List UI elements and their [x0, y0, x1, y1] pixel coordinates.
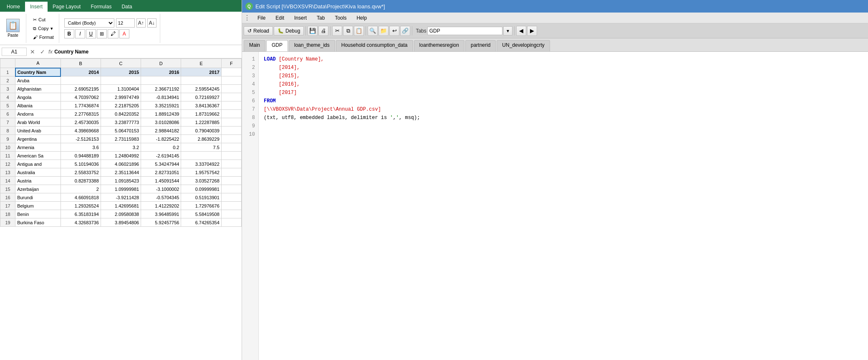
cell-a[interactable]: Arab World	[15, 118, 61, 127]
font-size-increase[interactable]: A↑	[136, 18, 146, 28]
cell-c[interactable]: 2.73115983	[101, 135, 141, 143]
cell-c[interactable]: 2.35113644	[101, 168, 141, 177]
cell-a[interactable]: Benin	[15, 210, 61, 218]
cell-f[interactable]	[221, 143, 241, 152]
cell-f[interactable]	[221, 68, 241, 76]
cell-d[interactable]: 5.92457756	[141, 218, 181, 227]
cell-c[interactable]: 1.42695681	[101, 202, 141, 210]
cell-a[interactable]: Albania	[15, 101, 61, 110]
qlik-tab-loanthemesregion[interactable]: loanthemesregion	[414, 40, 464, 51]
cell-a[interactable]: Azerbaijan	[15, 185, 61, 193]
tab-home[interactable]: Home	[2, 2, 25, 12]
cell-f[interactable]	[221, 127, 241, 135]
cell-c[interactable]: 5.06470153	[101, 127, 141, 135]
cell-a[interactable]: Australia	[15, 168, 61, 177]
cell-b[interactable]: 1.77436874	[61, 101, 101, 110]
cell-e[interactable]: 3.84136367	[181, 101, 221, 110]
cell-e[interactable]: 3.03527268	[181, 177, 221, 185]
menu-insert[interactable]: Insert	[290, 13, 311, 23]
cell-d[interactable]: -2.6194145	[141, 152, 181, 160]
script-editor[interactable]: 12345678910 LOAD [Country Name], [2014],…	[242, 52, 868, 360]
nav-left-btn[interactable]: ◀	[516, 26, 526, 36]
cell-f[interactable]	[221, 185, 241, 193]
cell-f[interactable]	[221, 218, 241, 227]
cell-d[interactable]: 2.82731051	[141, 168, 181, 177]
cell-d[interactable]: 2016	[141, 68, 181, 76]
cell-d[interactable]: -3.1000002	[141, 185, 181, 193]
cell-c[interactable]: 2.99974749	[101, 93, 141, 101]
cell-c[interactable]: 2.09580838	[101, 210, 141, 218]
menu-tab[interactable]: Tab	[312, 13, 329, 23]
cell-f[interactable]	[221, 168, 241, 177]
cell-e[interactable]: 1.72976676	[181, 202, 221, 210]
cell-e[interactable]: 2017	[181, 68, 221, 76]
cell-b[interactable]: 0.82873388	[61, 177, 101, 185]
cell-e[interactable]: 6.74265354	[181, 218, 221, 227]
tab-formulas[interactable]: Formulas	[86, 2, 116, 12]
copy-button[interactable]: ⧉ Copy ▾	[31, 25, 55, 32]
cell-b[interactable]: 2014	[61, 68, 101, 76]
font-color-button[interactable]: A	[119, 29, 129, 38]
print-icon-btn[interactable]: 🖨	[318, 26, 328, 36]
cell-f[interactable]	[221, 76, 241, 85]
cell-c[interactable]: 1.3100404	[101, 85, 141, 93]
cell-e[interactable]	[181, 76, 221, 85]
cell-a[interactable]: Andorra	[15, 110, 61, 118]
cell-d[interactable]: 2.36671192	[141, 85, 181, 93]
cell-b[interactable]: 4.70397062	[61, 93, 101, 101]
cell-d[interactable]: 3.96485991	[141, 210, 181, 218]
cell-d[interactable]: 3.35215921	[141, 101, 181, 110]
cell-d[interactable]: -0.5704345	[141, 193, 181, 202]
cell-a[interactable]: Argentina	[15, 135, 61, 143]
search-icon-btn[interactable]: 🔍	[368, 26, 378, 36]
cell-f[interactable]	[221, 118, 241, 127]
cell-a[interactable]: Aruba	[15, 76, 61, 85]
cell-b[interactable]: 2	[61, 185, 101, 193]
paste-icon-btn[interactable]: 📋	[354, 26, 364, 36]
cell-d[interactable]: 3.01028086	[141, 118, 181, 127]
cell-e[interactable]: 1.95757542	[181, 168, 221, 177]
cell-e[interactable]: 1.87319662	[181, 110, 221, 118]
undo-icon-btn[interactable]: ↩	[389, 26, 399, 36]
cell-b[interactable]: 6.35183194	[61, 210, 101, 218]
tab-dropdown-input[interactable]	[427, 27, 502, 35]
tab-data[interactable]: Data	[116, 2, 137, 12]
cell-b[interactable]: 2.69052195	[61, 85, 101, 93]
cell-a[interactable]: Burkina Faso	[15, 218, 61, 227]
cell-f[interactable]	[221, 110, 241, 118]
italic-button[interactable]: I	[75, 29, 85, 38]
cell-f[interactable]	[221, 202, 241, 210]
formula-cancel-btn[interactable]: ✕	[28, 48, 37, 55]
cell-a[interactable]: Armenia	[15, 143, 61, 152]
cell-b[interactable]: 1.29326524	[61, 202, 101, 210]
cell-a[interactable]: Angola	[15, 93, 61, 101]
cell-b[interactable]: 2.55833752	[61, 168, 101, 177]
tab-page-layout[interactable]: Page Layout	[48, 2, 86, 12]
cell-b[interactable]: 2.27768315	[61, 110, 101, 118]
highlight-button[interactable]: 🖍	[108, 29, 119, 38]
cell-c[interactable]: 2.21875205	[101, 101, 141, 110]
nav-right-btn[interactable]: ▶	[527, 26, 537, 36]
cell-e[interactable]: 2.8639229	[181, 135, 221, 143]
bold-button[interactable]: B	[64, 29, 74, 38]
cell-f[interactable]	[221, 160, 241, 168]
cell-b[interactable]: 4.32683736	[61, 218, 101, 227]
cut-button[interactable]: ✂ Cut	[31, 16, 47, 23]
cell-e[interactable]: 7.5	[181, 143, 221, 152]
menu-edit[interactable]: Edit	[271, 13, 289, 23]
cell-a[interactable]: Belgium	[15, 202, 61, 210]
cell-d[interactable]: 0.2	[141, 143, 181, 152]
qlik-tab-main[interactable]: Main	[244, 40, 265, 51]
cell-e[interactable]: 5.58419508	[181, 210, 221, 218]
save-icon-btn[interactable]: 💾	[308, 26, 318, 36]
cell-c[interactable]: 3.23877773	[101, 118, 141, 127]
cell-c[interactable]: 3.89454806	[101, 218, 141, 227]
cell-a[interactable]: Antigua and	[15, 160, 61, 168]
format-button[interactable]: 🖌 Format	[31, 34, 56, 41]
cell-a[interactable]: Austria	[15, 177, 61, 185]
cell-e[interactable]	[181, 152, 221, 160]
cell-f[interactable]	[221, 152, 241, 160]
cell-f[interactable]	[221, 101, 241, 110]
cell-f[interactable]	[221, 193, 241, 202]
formula-confirm-btn[interactable]: ✓	[38, 48, 47, 55]
